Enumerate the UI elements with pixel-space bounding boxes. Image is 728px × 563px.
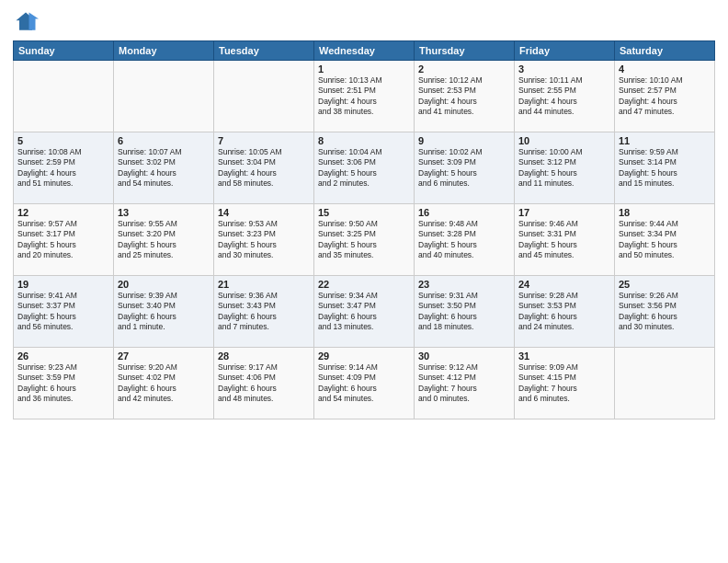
calendar-cell: 9Sunrise: 10:02 AM Sunset: 3:09 PM Dayli…	[415, 132, 515, 204]
day-info: Sunrise: 9:41 AM Sunset: 3:37 PM Dayligh…	[17, 291, 109, 333]
calendar-cell: 18Sunrise: 9:44 AM Sunset: 3:34 PM Dayli…	[615, 204, 715, 276]
day-number: 17	[518, 207, 610, 218]
day-info: Sunrise: 9:14 AM Sunset: 4:09 PM Dayligh…	[318, 362, 410, 405]
day-number: 6	[118, 135, 210, 146]
calendar-cell	[114, 61, 214, 132]
weekday-header-sunday: Sunday	[14, 41, 114, 61]
calendar-cell: 5Sunrise: 10:08 AM Sunset: 2:59 PM Dayli…	[14, 132, 114, 204]
calendar-cell: 17Sunrise: 9:46 AM Sunset: 3:31 PM Dayli…	[515, 204, 615, 276]
calendar-cell: 21Sunrise: 9:36 AM Sunset: 3:43 PM Dayli…	[214, 276, 314, 348]
day-number: 29	[318, 350, 410, 362]
calendar-week-3: 12Sunrise: 9:57 AM Sunset: 3:17 PM Dayli…	[14, 204, 715, 276]
day-number: 12	[17, 207, 109, 218]
calendar-cell: 16Sunrise: 9:48 AM Sunset: 3:28 PM Dayli…	[415, 204, 515, 276]
day-info: Sunrise: 9:50 AM Sunset: 3:25 PM Dayligh…	[318, 219, 410, 261]
calendar-cell: 29Sunrise: 9:14 AM Sunset: 4:09 PM Dayli…	[314, 348, 415, 419]
day-number: 1	[318, 63, 410, 75]
calendar-cell: 2Sunrise: 10:12 AM Sunset: 2:53 PM Dayli…	[415, 61, 515, 132]
calendar-cell: 6Sunrise: 10:07 AM Sunset: 3:02 PM Dayli…	[114, 132, 214, 204]
day-info: Sunrise: 9:44 AM Sunset: 3:34 PM Dayligh…	[619, 219, 711, 261]
calendar-week-4: 19Sunrise: 9:41 AM Sunset: 3:37 PM Dayli…	[14, 276, 715, 348]
day-info: Sunrise: 9:53 AM Sunset: 3:23 PM Dayligh…	[218, 219, 310, 261]
svg-marker-1	[29, 13, 40, 30]
day-info: Sunrise: 9:57 AM Sunset: 3:17 PM Dayligh…	[17, 219, 109, 261]
day-info: Sunrise: 10:07 AM Sunset: 3:02 PM Daylig…	[118, 147, 210, 190]
day-number: 16	[418, 207, 510, 218]
calendar-cell: 19Sunrise: 9:41 AM Sunset: 3:37 PM Dayli…	[14, 276, 114, 348]
day-number: 9	[418, 135, 510, 146]
day-info: Sunrise: 9:20 AM Sunset: 4:02 PM Dayligh…	[118, 362, 210, 405]
day-number: 10	[518, 135, 610, 146]
day-number: 31	[518, 350, 610, 362]
day-number: 23	[418, 279, 510, 290]
calendar-cell: 31Sunrise: 9:09 AM Sunset: 4:15 PM Dayli…	[515, 348, 615, 419]
day-number: 15	[318, 207, 410, 218]
calendar-cell: 12Sunrise: 9:57 AM Sunset: 3:17 PM Dayli…	[14, 204, 114, 276]
day-number: 26	[17, 350, 109, 362]
day-number: 5	[17, 135, 109, 146]
day-number: 14	[218, 207, 310, 218]
day-number: 25	[619, 279, 711, 290]
calendar-week-1: 1Sunrise: 10:13 AM Sunset: 2:51 PM Dayli…	[14, 61, 715, 132]
day-info: Sunrise: 9:55 AM Sunset: 3:20 PM Dayligh…	[118, 219, 210, 261]
calendar-week-2: 5Sunrise: 10:08 AM Sunset: 2:59 PM Dayli…	[14, 132, 715, 204]
logo	[13, 9, 42, 35]
weekday-header-friday: Friday	[515, 41, 615, 61]
day-info: Sunrise: 9:23 AM Sunset: 3:59 PM Dayligh…	[17, 362, 109, 405]
day-number: 13	[118, 207, 210, 218]
calendar-cell: 1Sunrise: 10:13 AM Sunset: 2:51 PM Dayli…	[314, 61, 415, 132]
calendar-cell: 11Sunrise: 9:59 AM Sunset: 3:14 PM Dayli…	[615, 132, 715, 204]
page: SundayMondayTuesdayWednesdayThursdayFrid…	[0, 0, 728, 563]
weekday-header-wednesday: Wednesday	[314, 41, 415, 61]
calendar-week-5: 26Sunrise: 9:23 AM Sunset: 3:59 PM Dayli…	[14, 348, 715, 419]
calendar-cell: 24Sunrise: 9:28 AM Sunset: 3:53 PM Dayli…	[515, 276, 615, 348]
calendar-cell	[214, 61, 314, 132]
weekday-header-monday: Monday	[114, 41, 214, 61]
day-info: Sunrise: 9:59 AM Sunset: 3:14 PM Dayligh…	[619, 147, 711, 190]
day-info: Sunrise: 10:02 AM Sunset: 3:09 PM Daylig…	[418, 147, 510, 190]
day-number: 11	[619, 135, 711, 146]
day-number: 28	[218, 350, 310, 362]
day-number: 7	[218, 135, 310, 146]
weekday-header-row: SundayMondayTuesdayWednesdayThursdayFrid…	[14, 41, 715, 61]
day-number: 21	[218, 279, 310, 290]
calendar-cell: 13Sunrise: 9:55 AM Sunset: 3:20 PM Dayli…	[114, 204, 214, 276]
day-info: Sunrise: 10:11 AM Sunset: 2:55 PM Daylig…	[518, 75, 610, 118]
day-info: Sunrise: 9:48 AM Sunset: 3:28 PM Dayligh…	[418, 219, 510, 261]
day-info: Sunrise: 10:00 AM Sunset: 3:12 PM Daylig…	[518, 147, 610, 190]
day-number: 18	[619, 207, 711, 218]
day-number: 4	[619, 63, 711, 75]
calendar-cell: 25Sunrise: 9:26 AM Sunset: 3:56 PM Dayli…	[615, 276, 715, 348]
day-number: 22	[318, 279, 410, 290]
calendar-cell: 30Sunrise: 9:12 AM Sunset: 4:12 PM Dayli…	[415, 348, 515, 419]
day-number: 8	[318, 135, 410, 146]
day-info: Sunrise: 9:28 AM Sunset: 3:53 PM Dayligh…	[518, 291, 610, 333]
calendar-cell: 20Sunrise: 9:39 AM Sunset: 3:40 PM Dayli…	[114, 276, 214, 348]
day-number: 19	[17, 279, 109, 290]
calendar-cell: 23Sunrise: 9:31 AM Sunset: 3:50 PM Dayli…	[415, 276, 515, 348]
day-number: 2	[418, 63, 510, 75]
calendar-cell: 14Sunrise: 9:53 AM Sunset: 3:23 PM Dayli…	[214, 204, 314, 276]
day-number: 24	[518, 279, 610, 290]
day-number: 3	[518, 63, 610, 75]
day-info: Sunrise: 10:10 AM Sunset: 2:57 PM Daylig…	[619, 75, 711, 118]
day-number: 30	[418, 350, 510, 362]
weekday-header-saturday: Saturday	[615, 41, 715, 61]
day-info: Sunrise: 10:13 AM Sunset: 2:51 PM Daylig…	[318, 75, 410, 118]
calendar-cell	[615, 348, 715, 419]
weekday-header-tuesday: Tuesday	[214, 41, 314, 61]
day-info: Sunrise: 10:04 AM Sunset: 3:06 PM Daylig…	[318, 147, 410, 190]
calendar-cell: 28Sunrise: 9:17 AM Sunset: 4:06 PM Dayli…	[214, 348, 314, 419]
calendar-cell: 3Sunrise: 10:11 AM Sunset: 2:55 PM Dayli…	[515, 61, 615, 132]
day-info: Sunrise: 9:34 AM Sunset: 3:47 PM Dayligh…	[318, 291, 410, 333]
calendar-table: SundayMondayTuesdayWednesdayThursdayFrid…	[13, 40, 715, 419]
day-info: Sunrise: 9:36 AM Sunset: 3:43 PM Dayligh…	[218, 291, 310, 333]
day-number: 27	[118, 350, 210, 362]
header	[13, 9, 715, 35]
calendar-cell: 26Sunrise: 9:23 AM Sunset: 3:59 PM Dayli…	[14, 348, 114, 419]
day-info: Sunrise: 9:26 AM Sunset: 3:56 PM Dayligh…	[619, 291, 711, 333]
calendar-cell: 15Sunrise: 9:50 AM Sunset: 3:25 PM Dayli…	[314, 204, 415, 276]
day-info: Sunrise: 10:08 AM Sunset: 2:59 PM Daylig…	[17, 147, 109, 190]
day-info: Sunrise: 9:39 AM Sunset: 3:40 PM Dayligh…	[118, 291, 210, 333]
day-info: Sunrise: 9:17 AM Sunset: 4:06 PM Dayligh…	[218, 362, 310, 405]
